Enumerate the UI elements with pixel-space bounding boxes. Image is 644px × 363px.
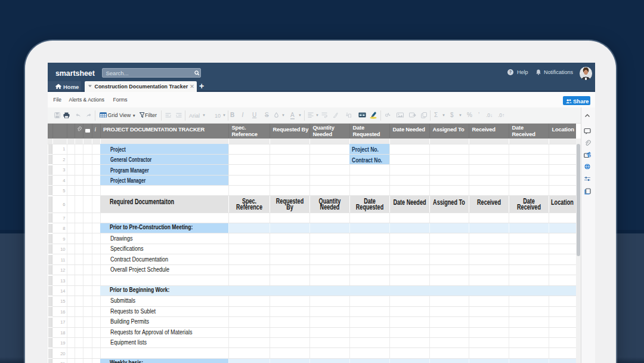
svg-text:?: ?	[509, 70, 512, 74]
svg-text:9: 9	[589, 153, 590, 157]
